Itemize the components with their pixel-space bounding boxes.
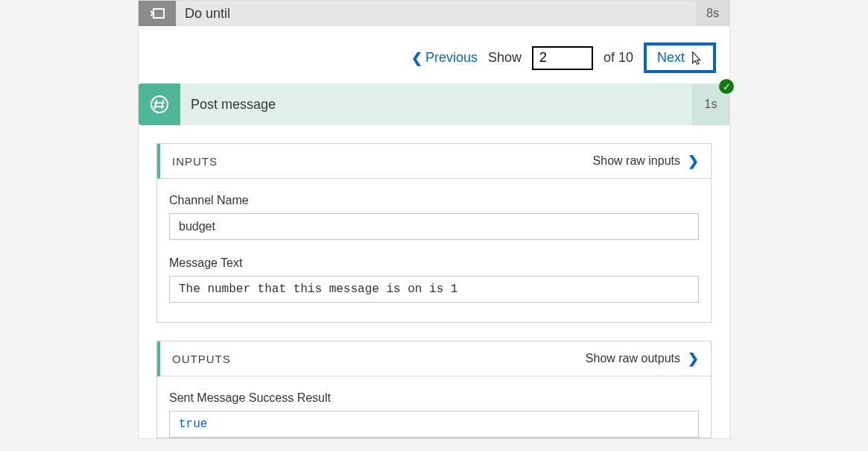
show-raw-outputs-button[interactable]: Show raw outputs ❯ xyxy=(586,350,699,367)
hash-icon xyxy=(139,83,180,125)
post-message-card: ✓ Post message 1s INPUTS Show raw inputs xyxy=(139,83,729,438)
channel-name-label: Channel Name xyxy=(169,194,699,207)
sent-success-label: Sent Message Success Result xyxy=(169,391,699,405)
message-text-value: The number that this message is on is 1 xyxy=(169,276,699,303)
cursor-icon xyxy=(688,51,703,66)
chevron-left-icon: ❮ xyxy=(411,50,422,66)
post-message-header[interactable]: Post message 1s xyxy=(139,83,729,125)
outputs-panel: OUTPUTS Show raw outputs ❯ Sent Message … xyxy=(156,341,712,438)
page-input[interactable] xyxy=(532,46,593,70)
show-raw-outputs-label: Show raw outputs xyxy=(586,352,680,365)
loop-icon xyxy=(139,1,176,26)
svg-line-3 xyxy=(162,100,163,109)
sent-success-value: true xyxy=(169,411,699,438)
svg-point-1 xyxy=(151,96,168,113)
do-until-duration: 8s xyxy=(696,1,729,26)
svg-rect-0 xyxy=(153,9,164,18)
channel-name-value: budget xyxy=(169,213,699,240)
chevron-right-icon: ❯ xyxy=(688,350,699,367)
outputs-title: OUTPUTS xyxy=(172,353,231,365)
show-raw-inputs-label: Show raw inputs xyxy=(593,154,680,168)
show-label: Show xyxy=(488,50,522,66)
post-message-title: Post message xyxy=(180,97,692,113)
svg-line-2 xyxy=(155,100,156,109)
next-button[interactable]: Next xyxy=(644,42,716,73)
previous-label: Previous xyxy=(425,50,478,66)
do-until-header[interactable]: Do until 8s xyxy=(139,1,729,26)
inputs-panel: INPUTS Show raw inputs ❯ Channel Name bu… xyxy=(156,143,712,323)
do-until-title: Do until xyxy=(176,6,696,22)
pager: ❮ Previous Show of 10 Next xyxy=(139,26,729,83)
success-check-icon: ✓ xyxy=(719,79,734,94)
previous-button[interactable]: ❮ Previous xyxy=(411,50,478,66)
of-label: of 10 xyxy=(604,50,633,66)
message-text-label: Message Text xyxy=(169,256,699,270)
show-raw-inputs-button[interactable]: Show raw inputs ❯ xyxy=(593,153,699,169)
inputs-title: INPUTS xyxy=(172,155,218,168)
chevron-right-icon: ❯ xyxy=(688,153,699,169)
next-label: Next xyxy=(657,50,685,66)
